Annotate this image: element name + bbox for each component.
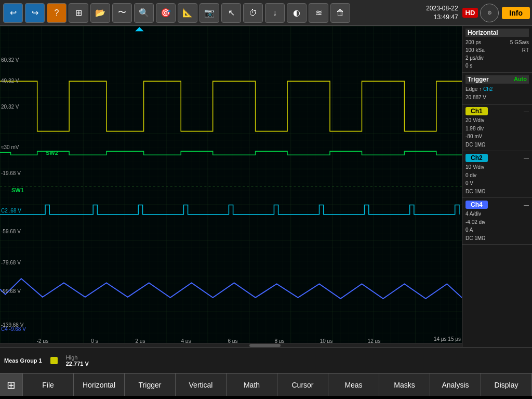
y-label-7: -79.68 V — [1, 260, 21, 265]
help-btn[interactable]: ? — [47, 3, 66, 23]
ch4-title[interactable]: Ch4 — [466, 201, 488, 209]
horizontal-row-1: 200 ps 5 GSa/s — [466, 38, 529, 46]
ch2-panel: Ch2 — 10 V/div 0 div 0 V DC 1MΩ — [462, 152, 532, 198]
ch1-row1: 20 V/div — [466, 116, 529, 125]
camera-btn[interactable]: 📷 — [200, 3, 219, 23]
ch1-title[interactable]: Ch1 — [466, 107, 488, 115]
horizontal-panel-title: Horizontal — [466, 29, 529, 37]
ch1-header: Ch1 — — [466, 107, 529, 115]
menu-analysis[interactable]: Analysis — [430, 374, 481, 396]
h-row2-left: 100 kSa — [466, 46, 485, 54]
y-label-2: 40.32 V — [1, 78, 19, 84]
horizontal-row-3: 2 μs/div — [466, 54, 529, 62]
ch4-row3: 0 A — [466, 226, 529, 234]
ch2-row3: 0 V — [466, 179, 529, 188]
meas-item-label: High — [66, 354, 89, 361]
cursor-btn[interactable]: ↖ — [221, 3, 241, 23]
menu-btn[interactable]: ⊞ — [69, 3, 88, 23]
horizontal-row-4: 0 s — [466, 62, 529, 70]
ch4-row4: DC 1MΩ — [466, 234, 529, 243]
grid-menu-btn[interactable]: ⊞ — [0, 374, 23, 396]
menu-masks[interactable]: Masks — [379, 374, 430, 396]
meas-bar: Meas Group 1 High 22.771 V — [0, 347, 532, 373]
menu-meas[interactable]: Meas — [328, 374, 379, 396]
y-label-5: -19.68 V — [1, 170, 21, 176]
sw2-label: SW2 — [46, 150, 58, 156]
menu-math[interactable]: Math — [227, 374, 277, 396]
menu-horizontal[interactable]: Horizontal — [74, 374, 125, 396]
scope-scrollbar[interactable] — [0, 343, 462, 347]
trigger-row-1: Edge ↑ Ch2 — [466, 85, 529, 94]
trigger-row-2: 20.887 V — [466, 94, 529, 102]
ch4-panel: Ch4 — 4 A/div -4.02 div 0 A DC 1MΩ — [462, 198, 532, 245]
toolbar: ↩ ↪ ? ⊞ 📂 〜 🔍 🎯 📐 📷 ↖ ⏱ ↓ ◐ ≋ 🗑 2023-08-… — [0, 0, 532, 26]
trig-voltage: 20.887 V — [466, 95, 486, 100]
trig-ch2: Ch2 — [483, 86, 493, 92]
menu-trigger[interactable]: Trigger — [125, 374, 176, 396]
meas-indicator — [50, 357, 58, 364]
delete-btn[interactable]: 🗑 — [330, 3, 350, 23]
y-label-3: 20.32 V — [1, 104, 19, 110]
trigger-auto: Auto — [514, 76, 527, 83]
single-btn[interactable]: ↓ — [265, 3, 285, 23]
ch4-row1: 4 A/div — [466, 210, 529, 218]
zoom-btn[interactable]: 🔍 — [134, 3, 154, 23]
right-panel: Horizontal 200 ps 5 GSa/s 100 kSa RT 2 μ… — [462, 26, 532, 347]
wave-btn[interactable]: 〜 — [112, 3, 132, 23]
ch4-row2: -4.02 div — [466, 218, 529, 227]
open-btn[interactable]: 📂 — [90, 3, 110, 23]
horizontal-row-2: 100 kSa RT — [466, 46, 529, 54]
ch2-close[interactable]: — — [524, 155, 529, 161]
ch1-row4: DC 1MΩ — [466, 141, 529, 149]
waveform-display — [0, 26, 462, 347]
ch1-close[interactable]: — — [524, 109, 529, 114]
trigger-panel-title: Trigger Auto — [466, 75, 529, 84]
datetime: 2023-08-2213:49:47 — [426, 4, 458, 22]
info-button[interactable]: Info — [502, 7, 530, 19]
menu-vertical[interactable]: Vertical — [176, 374, 227, 396]
h-row3: 2 μs/div — [466, 54, 484, 62]
fft-btn[interactable]: ≋ — [309, 3, 328, 23]
meas-item-high: High 22.771 V — [66, 354, 89, 367]
scrollbar-thumb[interactable] — [249, 344, 281, 347]
undo-btn[interactable]: ↩ — [3, 3, 23, 23]
trig-edge: Edge — [466, 86, 477, 92]
menu-cursor[interactable]: Cursor — [277, 374, 328, 396]
hd-badge: HD — [462, 8, 478, 18]
y-label-8: -99.68 V — [1, 288, 21, 294]
menu-display[interactable]: Display — [481, 374, 532, 396]
x-label-far: 14 μs 15 μs — [434, 336, 461, 342]
y-label-4: ≈30 mV — [1, 144, 19, 150]
h-row1-left: 200 ps — [466, 38, 481, 46]
ch1-row2: 1.98 div — [466, 125, 529, 133]
meas-group-label: Meas Group 1 — [4, 357, 42, 364]
ch2-row1: 10 V/div — [466, 163, 529, 171]
run-btn[interactable]: ⏱ — [243, 3, 263, 23]
menu-file[interactable]: File — [23, 374, 74, 396]
ch1-row3: -80 mV — [466, 132, 529, 141]
y-label-6: -59.68 V — [1, 229, 21, 234]
auto-btn[interactable]: ◐ — [287, 3, 307, 23]
scope-screen[interactable]: 60.32 V 40.32 V 20.32 V ≈30 mV -19.68 V … — [0, 26, 462, 347]
h-row2-right: RT — [522, 46, 529, 54]
ch2-title[interactable]: Ch2 — [466, 154, 488, 162]
brand-logo: ⚙ — [480, 4, 499, 22]
ch2-y-label: C2 .68 V — [1, 208, 21, 214]
ch4-close[interactable]: — — [524, 202, 529, 208]
ch2-row2: 0 div — [466, 171, 529, 180]
main-area: 60.32 V 40.32 V 20.32 V ≈30 mV -19.68 V … — [0, 26, 532, 347]
menu-bar: ⊞ File Horizontal Trigger Vertical Math … — [0, 373, 532, 396]
ch1-panel: Ch1 — 20 V/div 1.98 div -80 mV DC 1MΩ — [462, 105, 532, 151]
y-label-1: 60.32 V — [1, 57, 19, 63]
redo-btn[interactable]: ↪ — [25, 3, 45, 23]
meas-item-value: 22.771 V — [66, 361, 89, 367]
horizontal-panel: Horizontal 200 ps 5 GSa/s 100 kSa RT 2 μ… — [462, 26, 532, 73]
sw1-label: SW1 — [11, 187, 24, 193]
ch4-header: Ch4 — — [466, 201, 529, 209]
crosshair-btn[interactable]: 🎯 — [156, 3, 176, 23]
h-row1-right: 5 GSa/s — [510, 38, 529, 46]
measure-btn[interactable]: 📐 — [178, 3, 197, 23]
ch2-header: Ch2 — — [466, 154, 529, 162]
ch4-y-label: C4 -9.68 V — [1, 326, 26, 332]
h-row4: 0 s — [466, 62, 472, 70]
